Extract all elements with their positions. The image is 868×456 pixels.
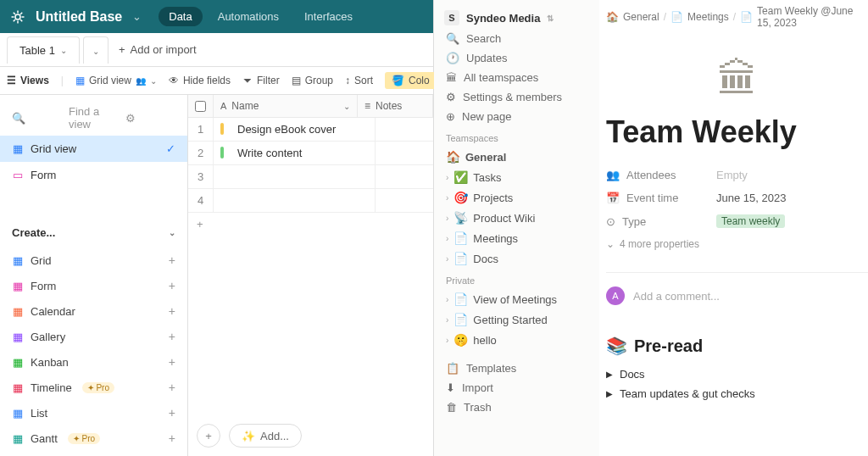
plus-icon[interactable]: + bbox=[169, 431, 175, 445]
view-label: Form bbox=[31, 169, 56, 181]
checkbox[interactable] bbox=[195, 101, 206, 112]
tab-automations[interactable]: Automations bbox=[208, 7, 289, 26]
prop-event-time[interactable]: 📅Event time June 15, 2023 bbox=[606, 186, 868, 209]
page-hello[interactable]: ›🤫hello bbox=[437, 330, 596, 350]
toggle-icon[interactable]: › bbox=[446, 254, 448, 264]
add-comment[interactable]: A Add a comment... bbox=[606, 281, 868, 310]
table-tab[interactable]: Table 1 ⌄ bbox=[7, 36, 80, 64]
page-view-of-meetings[interactable]: ›📄View of Meetings bbox=[437, 289, 596, 309]
grid-view-button[interactable]: ▦ Grid view 👥 ⌄ bbox=[75, 75, 157, 86]
nav-teamspaces[interactable]: 🏛All teamspaces bbox=[437, 68, 596, 87]
plus-icon[interactable]: + bbox=[169, 279, 175, 292]
column-notes[interactable]: ≡ Notes bbox=[358, 95, 433, 117]
create-kanban[interactable]: ▦Kanban+ bbox=[0, 349, 187, 375]
download-icon: ⬇ bbox=[446, 381, 455, 394]
sort-button[interactable]: ↕ Sort bbox=[345, 75, 373, 86]
views-button[interactable]: ☰ Views bbox=[7, 75, 49, 86]
create-calendar[interactable]: ▦Calendar+ bbox=[0, 298, 187, 324]
gear-icon[interactable]: ⚙ bbox=[125, 112, 175, 125]
cell-name[interactable] bbox=[231, 165, 375, 188]
nav-import[interactable]: ⬇Import bbox=[437, 378, 596, 398]
nav-search[interactable]: 🔍Search bbox=[437, 29, 596, 48]
toggle-icon[interactable]: › bbox=[446, 234, 448, 243]
toggle-icon[interactable]: › bbox=[446, 193, 448, 203]
cell-notes[interactable] bbox=[375, 165, 433, 188]
create-section[interactable]: Create... ⌄ bbox=[0, 218, 187, 247]
group-button[interactable]: ▤ Group bbox=[292, 75, 333, 86]
page-projects[interactable]: ›🎯Projects bbox=[437, 187, 596, 208]
tab-data[interactable]: Data bbox=[159, 7, 202, 26]
column-name[interactable]: A Name⌄ bbox=[214, 95, 358, 117]
find-view-search[interactable]: 🔍 Find a view ⚙ bbox=[0, 100, 187, 136]
filter-button[interactable]: ⏷ Filter bbox=[242, 75, 280, 86]
color-button[interactable]: 🪣 Colo bbox=[385, 72, 437, 89]
cell-name[interactable]: Design eBook cover bbox=[231, 118, 375, 141]
table-extra-dropdown[interactable]: ⌄ bbox=[83, 36, 108, 64]
page-docs[interactable]: ›📄Docs bbox=[437, 248, 596, 269]
plus-icon[interactable]: + bbox=[169, 406, 175, 420]
tab-interfaces[interactable]: Interfaces bbox=[294, 7, 363, 26]
sidebar-view-grid[interactable]: ▦ Grid view ✓ bbox=[0, 136, 187, 162]
breadcrumb-item[interactable]: Team Weekly @June 15, 2023 bbox=[757, 5, 868, 29]
page-tasks[interactable]: ›✅Tasks bbox=[437, 167, 596, 187]
create-gantt[interactable]: ▦Gantt✦ Pro+ bbox=[0, 425, 187, 451]
prop-attendees[interactable]: 👥Attendees Empty bbox=[606, 164, 868, 186]
plus-icon[interactable]: + bbox=[169, 355, 175, 369]
breadcrumb-item[interactable]: General bbox=[623, 11, 659, 23]
chevron-down-icon: ⌄ bbox=[60, 46, 67, 55]
add-record-button[interactable]: + bbox=[197, 424, 220, 448]
chevron-down-icon[interactable]: ⌄ bbox=[132, 10, 142, 23]
create-gallery[interactable]: ▦Gallery+ bbox=[0, 324, 187, 349]
add-menu-button[interactable]: ✨Add... bbox=[229, 424, 302, 448]
select-all[interactable] bbox=[188, 95, 214, 117]
toggle-icon[interactable]: › bbox=[446, 336, 448, 345]
nav-updates[interactable]: 🕐Updates bbox=[437, 48, 596, 68]
create-list[interactable]: ▦List+ bbox=[0, 400, 187, 425]
page-meetings[interactable]: ›📄Meetings bbox=[437, 228, 596, 248]
plus-icon[interactable]: + bbox=[169, 304, 175, 318]
table-row[interactable]: 1Design eBook cover bbox=[188, 118, 433, 142]
sidebar-view-form[interactable]: ▭ Form bbox=[0, 162, 187, 188]
table-row[interactable]: 3 bbox=[188, 165, 433, 189]
views-sidebar: 🔍 Find a view ⚙ ▦ Grid view ✓ ▭ Form Cre… bbox=[0, 95, 188, 456]
page-getting-started[interactable]: ›📄Getting Started bbox=[437, 309, 596, 330]
hide-fields-button[interactable]: 👁 Hide fields bbox=[169, 75, 231, 86]
create-form[interactable]: ▦Form+ bbox=[0, 273, 187, 298]
cell-name[interactable]: Write content bbox=[231, 142, 375, 164]
table-row[interactable]: 4 bbox=[188, 189, 433, 213]
add-or-import-button[interactable]: + Add or import bbox=[119, 43, 197, 56]
toggle-icon[interactable]: › bbox=[446, 173, 448, 182]
toggle-icon[interactable]: › bbox=[446, 315, 448, 325]
cell-name[interactable] bbox=[231, 189, 375, 212]
cell-notes[interactable] bbox=[375, 118, 433, 141]
row-num: 2 bbox=[188, 142, 214, 164]
toggle-team-updates[interactable]: ▶Team updates & gut checks bbox=[606, 384, 868, 403]
nav-new-page[interactable]: ⊕New page bbox=[437, 107, 596, 126]
plus-icon[interactable]: + bbox=[169, 381, 175, 394]
add-row[interactable]: + bbox=[188, 213, 433, 236]
prop-type[interactable]: ⊙Type Team weekly bbox=[606, 209, 868, 233]
toggle-icon[interactable]: › bbox=[446, 214, 448, 223]
page-icon-hero[interactable]: 🏛 bbox=[606, 31, 868, 111]
nav-templates[interactable]: 📋Templates bbox=[437, 359, 596, 378]
toggle-docs[interactable]: ▶Docs bbox=[606, 364, 868, 384]
create-timeline[interactable]: ▦Timeline✦ Pro+ bbox=[0, 375, 187, 400]
page-product-wiki[interactable]: ›📡Product Wiki bbox=[437, 208, 596, 228]
nav-trash[interactable]: 🗑Trash bbox=[437, 398, 596, 417]
workspace-switcher[interactable]: S Syndeo Media ⇅ bbox=[437, 7, 596, 29]
breadcrumb-item[interactable]: Meetings bbox=[687, 11, 729, 23]
plus-icon[interactable]: + bbox=[169, 330, 175, 343]
page-title[interactable]: Team Weekly bbox=[606, 111, 868, 164]
teamspace-general[interactable]: 🏠General bbox=[437, 147, 596, 167]
base-title[interactable]: Untitled Base bbox=[36, 9, 122, 25]
search-icon: 🔍 bbox=[446, 32, 459, 45]
more-properties[interactable]: ⌄4 more properties bbox=[606, 233, 868, 255]
plus-icon[interactable]: + bbox=[169, 253, 175, 267]
create-grid[interactable]: ▦Grid+ bbox=[0, 247, 187, 273]
heading-preread[interactable]: 📚Pre-read bbox=[606, 327, 868, 364]
nav-settings[interactable]: ⚙Settings & members bbox=[437, 87, 596, 107]
toggle-icon[interactable]: › bbox=[446, 295, 448, 304]
cell-notes[interactable] bbox=[375, 189, 433, 212]
cell-notes[interactable] bbox=[375, 142, 433, 164]
table-row[interactable]: 2Write content bbox=[188, 142, 433, 165]
